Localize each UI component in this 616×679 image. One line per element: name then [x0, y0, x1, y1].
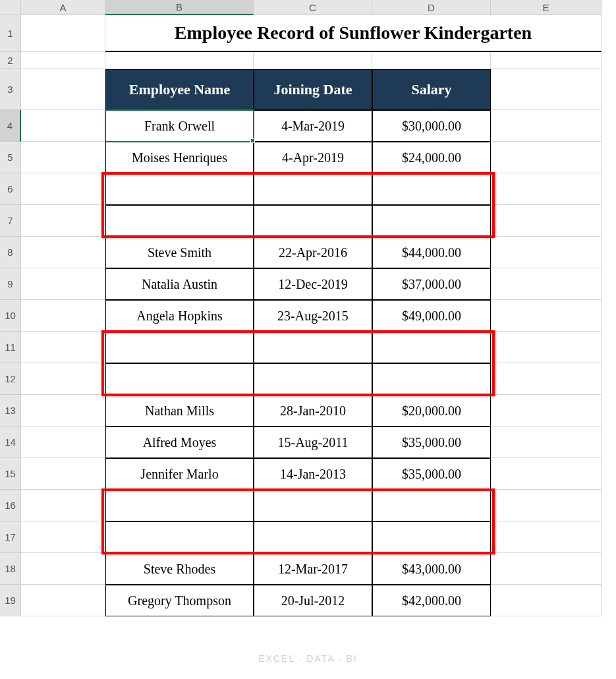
cell-E4[interactable]: [491, 110, 602, 142]
cell-date-6[interactable]: [254, 173, 372, 205]
cell-name-16[interactable]: [105, 490, 254, 521]
cell-C2[interactable]: [254, 52, 372, 69]
cell-salary-8[interactable]: $44,000.00: [372, 237, 491, 268]
cell-D2[interactable]: [372, 52, 491, 69]
column-header-B[interactable]: B: [105, 0, 254, 15]
cell-E2[interactable]: [491, 52, 602, 69]
cell-date-16[interactable]: [254, 490, 372, 521]
row-header-16[interactable]: 16: [0, 490, 21, 521]
select-all-corner[interactable]: [0, 0, 21, 15]
cell-E19[interactable]: [491, 585, 602, 616]
cell-E7[interactable]: [491, 205, 602, 237]
cell-date-7[interactable]: [254, 205, 372, 237]
cell-B2[interactable]: [105, 52, 254, 69]
cell-salary-10[interactable]: $49,000.00: [372, 300, 491, 332]
cell-salary-7[interactable]: [372, 205, 491, 237]
cell-salary-17[interactable]: [372, 521, 491, 553]
row-header-12[interactable]: 12: [0, 363, 21, 395]
row-header-17[interactable]: 17: [0, 521, 21, 553]
cell-salary-9[interactable]: $37,000.00: [372, 268, 491, 300]
cell-E5[interactable]: [491, 142, 602, 173]
page-title[interactable]: Employee Record of Sunflower Kindergarte…: [105, 15, 602, 52]
cell-name-10[interactable]: Angela Hopkins: [105, 300, 254, 332]
cell-E13[interactable]: [491, 395, 602, 427]
cell-date-5[interactable]: 4-Apr-2019: [254, 142, 372, 173]
cell-salary-13[interactable]: $20,000.00: [372, 395, 491, 427]
cell-name-7[interactable]: [105, 205, 254, 237]
row-header-13[interactable]: 13: [0, 395, 21, 427]
cell-name-12[interactable]: [105, 363, 254, 395]
cell-salary-12[interactable]: [372, 363, 491, 395]
cell-date-4[interactable]: 4-Mar-2019: [254, 110, 372, 142]
cell-date-8[interactable]: 22-Apr-2016: [254, 237, 372, 268]
cell-salary-19[interactable]: $42,000.00: [372, 585, 491, 616]
cell-A15[interactable]: [21, 458, 105, 490]
row-header-1[interactable]: 1: [0, 15, 21, 52]
column-header-E[interactable]: E: [491, 0, 602, 15]
cell-date-18[interactable]: 12-Mar-2017: [254, 553, 372, 585]
row-header-19[interactable]: 19: [0, 585, 21, 616]
cell-A16[interactable]: [21, 490, 105, 521]
row-header-11[interactable]: 11: [0, 332, 21, 363]
cell-E15[interactable]: [491, 458, 602, 490]
cell-E8[interactable]: [491, 237, 602, 268]
cell-date-17[interactable]: [254, 521, 372, 553]
table-header-name[interactable]: Employee Name: [105, 69, 254, 110]
table-header-salary[interactable]: Salary: [372, 69, 491, 110]
row-header-14[interactable]: 14: [0, 427, 21, 458]
cell-name-14[interactable]: Alfred Moyes: [105, 427, 254, 458]
cell-salary-11[interactable]: [372, 332, 491, 363]
cell-name-15[interactable]: Jennifer Marlo: [105, 458, 254, 490]
cell-salary-15[interactable]: $35,000.00: [372, 458, 491, 490]
cell-name-13[interactable]: Nathan Mills: [105, 395, 254, 427]
cell-A6[interactable]: [21, 173, 105, 205]
row-header-6[interactable]: 6: [0, 173, 21, 205]
cell-salary-14[interactable]: $35,000.00: [372, 427, 491, 458]
cell-E17[interactable]: [491, 521, 602, 553]
cell-date-11[interactable]: [254, 332, 372, 363]
cell-E12[interactable]: [491, 363, 602, 395]
cell-A9[interactable]: [21, 268, 105, 300]
cell-date-15[interactable]: 14-Jan-2013: [254, 458, 372, 490]
cell-salary-5[interactable]: $24,000.00: [372, 142, 491, 173]
cell-E18[interactable]: [491, 553, 602, 585]
cell-A14[interactable]: [21, 427, 105, 458]
cell-A3[interactable]: [21, 69, 105, 110]
column-header-D[interactable]: D: [372, 0, 491, 15]
cell-A8[interactable]: [21, 237, 105, 268]
row-header-3[interactable]: 3: [0, 69, 21, 110]
cell-E14[interactable]: [491, 427, 602, 458]
row-header-9[interactable]: 9: [0, 268, 21, 300]
cell-E3[interactable]: [491, 69, 602, 110]
cell-A7[interactable]: [21, 205, 105, 237]
cell-E6[interactable]: [491, 173, 602, 205]
cell-A17[interactable]: [21, 521, 105, 553]
column-header-C[interactable]: C: [254, 0, 372, 15]
cell-name-11[interactable]: [105, 332, 254, 363]
cell-A13[interactable]: [21, 395, 105, 427]
cell-name-6[interactable]: [105, 173, 254, 205]
cell-A18[interactable]: [21, 553, 105, 585]
cell-name-5[interactable]: Moises Henriques: [105, 142, 254, 173]
cell-A10[interactable]: [21, 300, 105, 332]
row-header-5[interactable]: 5: [0, 142, 21, 173]
cell-date-13[interactable]: 28-Jan-2010: [254, 395, 372, 427]
row-header-10[interactable]: 10: [0, 300, 21, 332]
cell-A4[interactable]: [21, 110, 105, 142]
row-header-7[interactable]: 7: [0, 205, 21, 237]
row-header-18[interactable]: 18: [0, 553, 21, 585]
cell-salary-16[interactable]: [372, 490, 491, 521]
cell-salary-6[interactable]: [372, 173, 491, 205]
cell-date-12[interactable]: [254, 363, 372, 395]
cell-E10[interactable]: [491, 300, 602, 332]
cell-E9[interactable]: [491, 268, 602, 300]
cell-date-9[interactable]: 12-Dec-2019: [254, 268, 372, 300]
cell-name-4[interactable]: Frank Orwell: [105, 110, 254, 142]
cell-E11[interactable]: [491, 332, 602, 363]
fill-handle[interactable]: [250, 138, 255, 143]
column-header-A[interactable]: A: [21, 0, 105, 15]
row-header-4[interactable]: 4: [0, 110, 21, 142]
cell-A12[interactable]: [21, 363, 105, 395]
cell-A11[interactable]: [21, 332, 105, 363]
cell-salary-4[interactable]: $30,000.00: [372, 110, 491, 142]
